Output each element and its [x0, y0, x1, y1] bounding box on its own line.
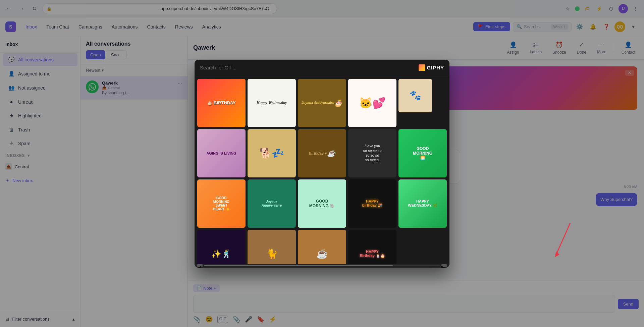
giphy-grid: 🎂 BIRTHDAY Happy Wednesday Joyeux Annive…: [197, 79, 447, 264]
gif-item-sleeping-dog[interactable]: 🐕💤: [248, 129, 296, 177]
gif-item-coffee-cup[interactable]: ☕: [298, 230, 346, 264]
scrollbar-handle[interactable]: [204, 265, 393, 266]
gif-item-aging-is-living[interactable]: AGING IS LIVING: [197, 129, 246, 177]
red-arrow-indicator: [550, 220, 577, 260]
gif-item-happy-birthday-candles[interactable]: HAPPYBirthday 🕯️🎂: [348, 230, 396, 264]
gif-item-birthday-coffee[interactable]: Birthday ♥☕: [298, 129, 346, 177]
gif-item-anniversaire-cake[interactable]: Joyeux Anniversaire🎂: [298, 79, 346, 127]
giphy-header: GIPHY: [195, 60, 449, 76]
gif-item-partial-cat[interactable]: 🐾: [398, 79, 432, 112]
gif-item-good-morning-elephant[interactable]: GOODMORNING 🐘: [298, 179, 346, 228]
gif-item-good-morning-green[interactable]: GOODMORNING🌅: [398, 129, 447, 177]
scroll-left-btn[interactable]: ◀: [197, 264, 203, 267]
gif-item-cat2[interactable]: 🐈: [248, 230, 296, 264]
gif-item-happy-wednesday[interactable]: Happy Wednesday: [248, 79, 296, 127]
gif-item-disco[interactable]: ✨🕺: [197, 230, 246, 264]
giphy-logo-box: [419, 64, 425, 71]
svg-line-0: [557, 223, 570, 253]
scroll-right-btn[interactable]: ▶: [441, 264, 447, 267]
svg-marker-1: [555, 251, 559, 257]
giphy-horizontal-scrollbar[interactable]: ◀ ▶: [195, 264, 449, 268]
gif-item-i-love-you[interactable]: I love youso so so soso so soso much.: [348, 129, 396, 177]
giphy-content[interactable]: 🎂 BIRTHDAY Happy Wednesday Joyeux Annive…: [195, 76, 449, 264]
giphy-modal: GIPHY 🎂 BIRTHDAY Happy Wednesday: [195, 60, 449, 268]
gif-item-happy-birthday-neon[interactable]: HAPPYbirthday 🎉: [348, 179, 396, 228]
giphy-logo: GIPHY: [419, 64, 444, 71]
gif-item-cat-hearts[interactable]: 🐱💕: [348, 79, 396, 127]
gif-item-happy-wednesday-alt[interactable]: HAPPYWEDNESDAY 🌿: [398, 179, 447, 228]
modal-overlay[interactable]: GIPHY 🎂 BIRTHDAY Happy Wednesday: [0, 0, 644, 327]
scrollbar-track: [204, 265, 440, 266]
gif-item-joyeux-anniversaire-script[interactable]: JoyeuxAnniversaire: [248, 179, 296, 228]
giphy-search-input[interactable]: [200, 65, 415, 70]
giphy-logo-text: GIPHY: [427, 65, 444, 70]
gif-item-good-morning-sweetheart[interactable]: GOODMORNINGSWEETHEART ☀️: [197, 179, 246, 228]
gif-item-birthday[interactable]: 🎂 BIRTHDAY: [197, 79, 246, 127]
